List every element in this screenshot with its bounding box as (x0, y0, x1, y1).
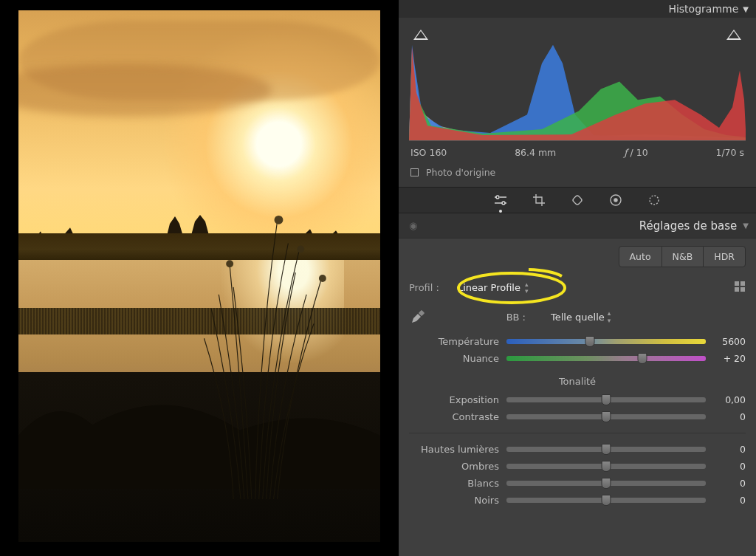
mask-tool-icon[interactable] (609, 193, 622, 207)
exif-iso: ISO 160 (410, 147, 447, 158)
basic-panel-header[interactable]: ◉ Réglages de base ▼ (399, 213, 756, 238)
basic-panel-title: Réglages de base (639, 219, 737, 233)
updown-icon: ▴▾ (525, 281, 529, 295)
shadows-label: Ombres (409, 461, 499, 472)
svg-point-3 (319, 275, 326, 282)
wb-label: BB : (436, 312, 526, 323)
eye-icon[interactable]: ◉ (409, 220, 417, 231)
checkbox-icon (410, 168, 419, 176)
tool-strip (399, 187, 756, 213)
bw-button[interactable]: N&B (662, 246, 704, 267)
svg-point-0 (275, 216, 284, 224)
shadows-value[interactable]: 0 (713, 461, 746, 472)
blacks-label: Noirs (409, 495, 499, 506)
crop-tool-icon[interactable] (532, 193, 546, 207)
svg-rect-10 (572, 195, 583, 205)
temperature-value[interactable]: 5600 (713, 336, 746, 347)
temperature-label: Température (409, 336, 499, 347)
exposure-value[interactable]: 0,00 (713, 394, 746, 405)
original-photo-label: Photo d'origine (426, 167, 495, 178)
exif-focal: 86.4 mm (515, 147, 556, 158)
histogram-panel-header[interactable]: Histogramme ▼ (399, 0, 756, 18)
develop-panel: Histogramme ▼ ISO 160 86.4 mm ƒ / 10 1/7… (399, 0, 756, 556)
exposure-slider[interactable] (506, 397, 706, 402)
wb-dropdown[interactable]: Telle quelle ▴▾ (551, 309, 611, 324)
histogram-title: Histogramme (668, 3, 738, 15)
highlights-slider[interactable] (506, 447, 706, 452)
svg-point-7 (502, 202, 505, 205)
exposure-label: Exposition (409, 394, 499, 405)
blacks-slider[interactable] (506, 498, 706, 503)
svg-rect-18 (740, 287, 745, 292)
contrast-label: Contraste (409, 411, 499, 422)
svg-point-2 (226, 261, 233, 268)
svg-point-13 (650, 196, 659, 205)
photo-preview[interactable] (18, 10, 380, 542)
blacks-value[interactable]: 0 (713, 495, 746, 506)
temperature-slider[interactable] (506, 339, 706, 344)
photo-preview-pane (0, 0, 399, 556)
exif-aperture: ƒ / 10 (624, 147, 647, 158)
svg-rect-15 (735, 281, 739, 286)
shadows-slider[interactable] (506, 464, 706, 469)
contrast-value[interactable]: 0 (713, 411, 746, 422)
profile-label: Profil : (409, 282, 446, 293)
whites-value[interactable]: 0 (713, 478, 746, 489)
tint-label: Nuance (409, 353, 499, 364)
contrast-slider[interactable] (506, 414, 706, 419)
svg-rect-19 (419, 310, 425, 316)
profile-browser-icon[interactable] (734, 281, 746, 295)
tint-value[interactable]: + 20 (713, 353, 746, 364)
original-photo-toggle[interactable]: Photo d'origine (409, 164, 746, 187)
highlights-value[interactable]: 0 (713, 444, 746, 455)
svg-point-4 (496, 196, 499, 199)
svg-rect-17 (735, 287, 739, 292)
highlights-label: Hautes lumières (409, 444, 499, 455)
auto-button[interactable]: Auto (619, 246, 662, 267)
exif-shutter: 1/70 s (715, 147, 744, 158)
histogram[interactable] (409, 27, 746, 141)
tint-slider[interactable] (506, 356, 706, 361)
exif-row: ISO 160 86.4 mm ƒ / 10 1/70 s (409, 141, 746, 164)
svg-point-12 (614, 199, 617, 202)
collapse-icon: ▼ (743, 222, 749, 230)
svg-point-1 (297, 246, 304, 253)
svg-rect-16 (740, 281, 745, 286)
tone-header: Tonalité (409, 376, 746, 387)
whites-slider[interactable] (506, 481, 706, 486)
white-balance-picker-icon[interactable] (409, 308, 427, 326)
healing-tool-icon[interactable] (571, 193, 584, 207)
hdr-button[interactable]: HDR (703, 246, 746, 267)
collapse-icon: ▼ (743, 5, 749, 13)
profile-dropdown[interactable]: Linear Profile ▴▾ (458, 281, 529, 295)
updown-icon: ▴▾ (608, 309, 611, 324)
redeye-tool-icon[interactable] (647, 193, 661, 207)
edit-tool-icon[interactable] (494, 193, 507, 207)
whites-label: Blancs (409, 478, 499, 489)
